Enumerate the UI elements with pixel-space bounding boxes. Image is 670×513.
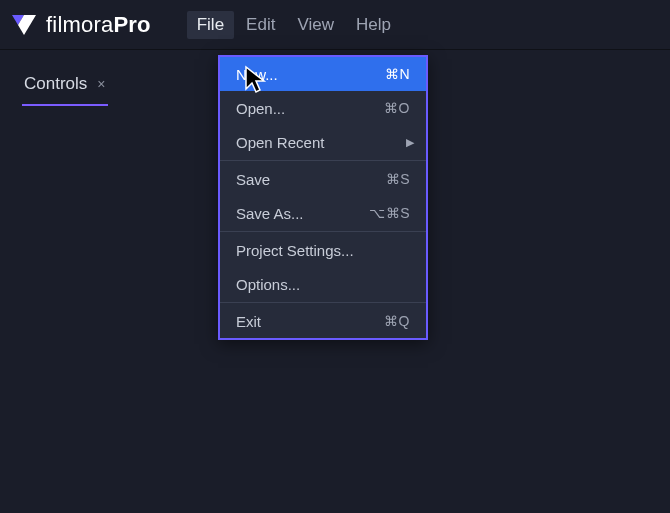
file-menu-item-open[interactable]: Open...⌘O — [220, 91, 426, 125]
file-menu-item-project-settings[interactable]: Project Settings... — [220, 233, 426, 267]
menu-item-label: Open Recent — [236, 134, 324, 151]
menu-item-shortcut: ⌥⌘S — [369, 205, 410, 221]
file-menu-dropdown: New...⌘NOpen...⌘OOpen Recent▶Save⌘SSave … — [218, 55, 428, 340]
file-menu-item-save[interactable]: Save⌘S — [220, 162, 426, 196]
menu-item-shortcut: ⌘N — [385, 66, 410, 82]
file-menu-item-exit[interactable]: Exit⌘Q — [220, 304, 426, 338]
file-menu-item-options[interactable]: Options... — [220, 267, 426, 301]
menu-items: File Edit View Help — [187, 11, 401, 39]
file-menu-item-new[interactable]: New...⌘N — [220, 57, 426, 91]
menubar: filmoraPro File Edit View Help — [0, 0, 670, 50]
app-logo: filmoraPro — [10, 11, 151, 39]
menu-view[interactable]: View — [287, 11, 344, 39]
menu-item-label: Project Settings... — [236, 242, 354, 259]
menu-edit[interactable]: Edit — [236, 11, 285, 39]
menu-file[interactable]: File — [187, 11, 234, 39]
file-menu-item-open-recent[interactable]: Open Recent▶ — [220, 125, 426, 159]
menu-help[interactable]: Help — [346, 11, 401, 39]
menu-item-label: Save As... — [236, 205, 304, 222]
filmora-logo-icon — [10, 11, 38, 39]
menu-separator — [220, 160, 426, 161]
chevron-right-icon: ▶ — [406, 136, 414, 149]
tab-controls-label: Controls — [24, 74, 87, 94]
menu-item-label: New... — [236, 66, 278, 83]
menu-separator — [220, 231, 426, 232]
close-icon[interactable]: × — [97, 76, 105, 92]
menu-item-label: Options... — [236, 276, 300, 293]
menu-item-shortcut: ⌘O — [384, 100, 410, 116]
app-logo-text: filmoraPro — [46, 12, 151, 38]
menu-item-shortcut: ⌘S — [386, 171, 410, 187]
menu-item-label: Save — [236, 171, 270, 188]
file-menu-item-save-as[interactable]: Save As...⌥⌘S — [220, 196, 426, 230]
menu-separator — [220, 302, 426, 303]
tab-controls[interactable]: Controls × — [22, 68, 108, 106]
menu-item-label: Exit — [236, 313, 261, 330]
menu-item-label: Open... — [236, 100, 285, 117]
menu-item-shortcut: ⌘Q — [384, 313, 410, 329]
